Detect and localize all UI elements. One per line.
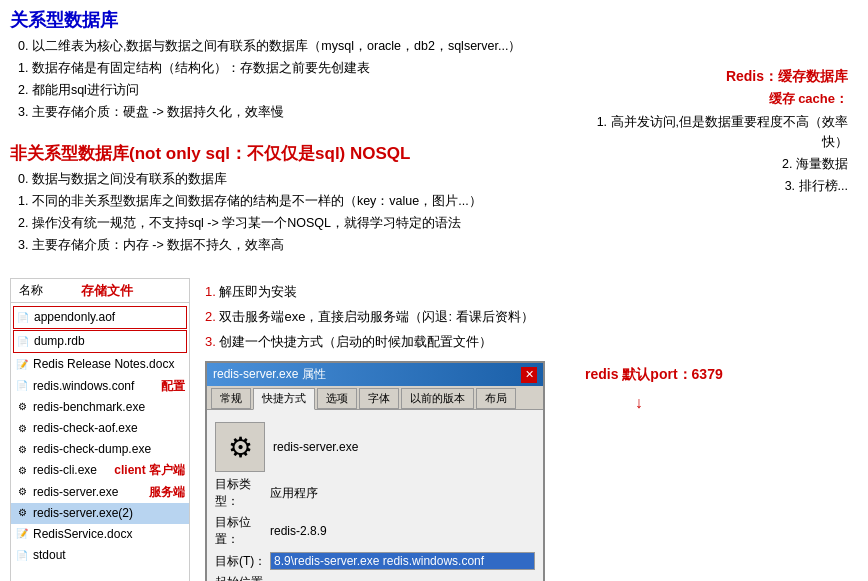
client-label: client 客户端 [114, 461, 185, 480]
file-icon: ⚙ [15, 506, 29, 520]
dialog-app-name: redis-server.exe [273, 440, 535, 454]
config-label: 配置 [161, 377, 185, 396]
file-icon: 📄 [15, 379, 29, 393]
file-icon: 📝 [15, 527, 29, 541]
redis-cache-item: 2. 海量数据 [578, 154, 848, 174]
arrow-area: ↓ [555, 394, 723, 412]
main-container: 关系型数据库 0. 以二维表为核心,数据与数据之间有联系的数据库（mysql，o… [0, 0, 868, 581]
file-name: dump.rdb [34, 332, 184, 351]
tab-prev[interactable]: 以前的版本 [401, 388, 474, 409]
file-name: redis-benchmark.exe [33, 398, 185, 417]
file-icon: ⚙ [15, 400, 29, 414]
step-num: 1. [205, 284, 216, 299]
file-row-aof[interactable]: 📄 appendonly.aof [13, 306, 187, 329]
file-row[interactable]: ⚙ redis-check-aof.exe [11, 418, 189, 439]
file-name: redis-server.exe(2) [33, 504, 185, 523]
target-loc-value: redis-2.8.9 [270, 524, 535, 538]
step-3: 3. 创建一个快捷方式（启动的时候加载配置文件） [205, 331, 858, 353]
nosql-title: 非关系型数据库(not only sql：不仅仅是sql) NOSQL [10, 142, 558, 165]
install-steps: 1. 解压即为安装 2. 双击服务端exe，直接启动服务端（闪退: 看课后资料）… [200, 278, 858, 581]
target-type-label: 目标类型： [215, 476, 270, 510]
storage-label: 存储文件 [81, 282, 133, 300]
list-item: 2. 都能用sql进行访问 [18, 80, 558, 100]
list-item: 2. 操作没有统一规范，不支持sql -> 学习某一个NOSQL，就得学习特定的… [18, 213, 558, 233]
list-item: 3. 主要存储介质：内存 -> 数据不持久，效率高 [18, 235, 558, 255]
redis-cache-list: 1. 高并发访问,但是数据重要程度不高（效率快） 2. 海量数据 3. 排行榜.… [578, 112, 848, 196]
tab-layout[interactable]: 布局 [476, 388, 516, 409]
list-item: 3. 主要存储介质：硬盘 -> 数据持久化，效率慢 [18, 102, 558, 122]
target-row: 目标(T)： [215, 552, 535, 570]
tab-shortcut[interactable]: 快捷方式 [253, 388, 315, 410]
list-item: 0. 以二维表为核心,数据与数据之间有联系的数据库（mysql，oracle，d… [18, 36, 558, 56]
file-name: RedisService.docx [33, 525, 185, 544]
file-row[interactable]: 📄 stdout [11, 545, 189, 566]
redis-port: redis 默认port：6379 [585, 366, 723, 384]
step-text: 解压即为安装 [219, 284, 297, 299]
properties-dialog: redis-server.exe 属性 ✕ 常规 快捷方式 选项 字体 以前的版… [205, 361, 545, 581]
file-name: Redis Release Notes.docx [33, 355, 185, 374]
relational-db-list: 0. 以二维表为核心,数据与数据之间有联系的数据库（mysql，oracle，d… [10, 36, 558, 122]
dialog-app-row: ⚙ redis-server.exe [215, 422, 535, 472]
bottom-section: 名称 存储文件 📄 appendonly.aof 📄 dump.rdb 📝 Re… [10, 278, 858, 581]
step-num: 3. [205, 334, 216, 349]
file-row-server2[interactable]: ⚙ redis-server.exe(2) [11, 503, 189, 524]
file-name: redis-check-aof.exe [33, 419, 185, 438]
file-row-cli[interactable]: ⚙ redis-cli.exe client 客户端 [11, 460, 189, 481]
target-type-value: 应用程序 [270, 485, 535, 502]
start-label: 起始位置(S)： [215, 574, 270, 581]
dialog-content: ⚙ redis-server.exe 目标类型： 应用程序 目标位置： redi… [207, 410, 543, 581]
step-1: 1. 解压即为安装 [205, 281, 858, 303]
left-content: 关系型数据库 0. 以二维表为核心,数据与数据之间有联系的数据库（mysql，o… [10, 8, 558, 263]
file-row[interactable]: ⚙ redis-benchmark.exe [11, 397, 189, 418]
file-name: appendonly.aof [34, 308, 184, 327]
dialog-app-icon: ⚙ [215, 422, 265, 472]
target-type-row: 目标类型： 应用程序 [215, 476, 535, 510]
file-row-rdb[interactable]: 📄 dump.rdb [13, 330, 187, 353]
step-2: 2. 双击服务端exe，直接启动服务端（闪退: 看课后资料） [205, 306, 858, 328]
file-row-server[interactable]: ⚙ redis-server.exe 服务端 [11, 482, 189, 503]
relational-db-section: 关系型数据库 0. 以二维表为核心,数据与数据之间有联系的数据库（mysql，o… [10, 8, 558, 122]
tab-font[interactable]: 字体 [359, 388, 399, 409]
tab-general[interactable]: 常规 [211, 388, 251, 409]
file-icon: 📄 [15, 549, 29, 563]
step-num: 2. [205, 309, 216, 324]
file-row[interactable]: 📝 Redis Release Notes.docx [11, 354, 189, 375]
file-row-conf[interactable]: 📄 redis.windows.conf 配置 [11, 376, 189, 397]
top-section: 关系型数据库 0. 以二维表为核心,数据与数据之间有联系的数据库（mysql，o… [10, 8, 858, 263]
file-icon: ⚙ [15, 422, 29, 436]
file-panel-header: 名称 存储文件 [11, 279, 189, 303]
file-row[interactable]: ⚙ redis-check-dump.exe [11, 439, 189, 460]
start-row: 起始位置(S)： [215, 574, 535, 581]
list-item: 0. 数据与数据之间没有联系的数据库 [18, 169, 558, 189]
dialog-area: redis-server.exe 属性 ✕ 常规 快捷方式 选项 字体 以前的版… [205, 356, 858, 581]
file-icon: ⚙ [15, 464, 29, 478]
dialog-title-bar: redis-server.exe 属性 ✕ [207, 363, 543, 386]
redis-cache-item: 3. 排行榜... [578, 176, 848, 196]
file-panel-col-label: 名称 [15, 281, 47, 300]
dialog-title: redis-server.exe 属性 [213, 366, 326, 383]
redis-box: Redis：缓存数据库 缓存 cache： 1. 高并发访问,但是数据重要程度不… [578, 68, 858, 196]
dialog-tabs: 常规 快捷方式 选项 字体 以前的版本 布局 [207, 386, 543, 410]
file-icon: 📄 [16, 311, 30, 325]
file-name: redis-cli.exe [33, 461, 110, 480]
file-row[interactable]: 📝 RedisService.docx [11, 524, 189, 545]
target-input[interactable] [270, 552, 535, 570]
file-panel: 名称 存储文件 📄 appendonly.aof 📄 dump.rdb 📝 Re… [10, 278, 190, 581]
cache-title: 缓存 cache： [578, 90, 848, 108]
app-icon: ⚙ [228, 431, 253, 464]
file-icon: 📝 [15, 358, 29, 372]
file-list: 📄 appendonly.aof 📄 dump.rdb 📝 Redis Rele… [11, 303, 189, 568]
list-item: 1. 数据存储是有固定结构（结构化）：存数据之前要先创建表 [18, 58, 558, 78]
dialog-close-button[interactable]: ✕ [521, 367, 537, 383]
nosql-section: 非关系型数据库(not only sql：不仅仅是sql) NOSQL 0. 数… [10, 142, 558, 255]
file-icon: ⚙ [15, 485, 29, 499]
file-name: stdout [33, 546, 185, 565]
redis-port-area: redis 默认port：6379 ↓ [555, 356, 723, 412]
redis-info: Redis：缓存数据库 缓存 cache： 1. 高并发访问,但是数据重要程度不… [578, 8, 858, 263]
target-loc-label: 目标位置： [215, 514, 270, 548]
tab-options[interactable]: 选项 [317, 388, 357, 409]
redis-cache-item: 1. 高并发访问,但是数据重要程度不高（效率快） [578, 112, 848, 152]
target-label: 目标(T)： [215, 553, 270, 570]
relational-db-title: 关系型数据库 [10, 8, 558, 32]
redis-title: Redis：缓存数据库 [578, 68, 848, 86]
